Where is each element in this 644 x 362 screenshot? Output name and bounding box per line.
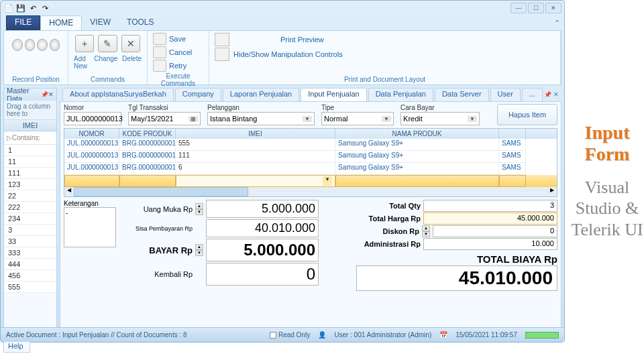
table-row[interactable]: JUL.0000000013...BRG.0000000001555Samsun… xyxy=(64,139,557,151)
col-imei[interactable]: IMEI xyxy=(4,120,56,131)
retry-link[interactable]: Retry xyxy=(169,62,186,70)
close-button[interactable]: ✕ xyxy=(545,3,561,13)
calendar-icon: 📅 xyxy=(439,331,447,339)
tgl-input[interactable]: May/15/2021▦ xyxy=(128,112,201,125)
table-row[interactable]: JUL.0000000013...BRG.0000000001111Samsun… xyxy=(64,151,557,163)
delete-button[interactable]: ✕ xyxy=(121,35,140,52)
retry-icon[interactable] xyxy=(153,60,166,72)
tab-view[interactable]: VIEW xyxy=(82,15,119,30)
list-item[interactable]: 33 xyxy=(4,236,56,247)
kembali-label: Kembali Rp xyxy=(120,270,193,278)
tab-home[interactable]: HOME xyxy=(40,15,82,30)
preview-icon[interactable] xyxy=(215,33,229,46)
nav-first-icon[interactable] xyxy=(12,39,23,51)
undo-icon[interactable]: ↶ xyxy=(28,3,38,13)
grid-h-scrollbar[interactable]: ◀ ▶ xyxy=(64,187,557,196)
grid-new-row[interactable]: ▼ xyxy=(64,175,557,187)
hapus-item-button[interactable]: Hapus Item xyxy=(497,104,557,125)
hideshow-link[interactable]: Hide/Show Manipulation Controls xyxy=(233,50,343,58)
maximize-button[interactable]: ☐ xyxy=(528,3,544,13)
save-icon[interactable]: 💾 xyxy=(15,3,26,13)
list-item[interactable]: 333 xyxy=(4,247,56,259)
tipe-input[interactable]: Normal▼ xyxy=(321,112,394,125)
readonly-checkbox[interactable] xyxy=(270,332,276,339)
kembali-input[interactable]: 0 xyxy=(206,263,319,286)
bayar-input[interactable]: 5.000.000 xyxy=(206,239,319,261)
keterangan-input[interactable]: - xyxy=(64,207,116,247)
pin-icon[interactable]: 📌 xyxy=(41,91,48,98)
list-item[interactable]: 222 xyxy=(4,202,56,213)
cancel-link[interactable]: Cancel xyxy=(169,48,192,56)
list-item[interactable]: 11 xyxy=(4,156,56,168)
doc-tab[interactable]: Input Penjualan xyxy=(301,88,366,101)
minimize-button[interactable]: — xyxy=(511,3,527,13)
doc-tab[interactable]: User xyxy=(490,88,521,101)
filter-text: Contains: xyxy=(12,134,40,141)
list-item[interactable]: 3 xyxy=(4,225,56,236)
cancel-icon[interactable] xyxy=(153,46,166,58)
help-link[interactable]: Help xyxy=(3,341,30,353)
add-button[interactable]: + xyxy=(75,35,94,52)
list-item[interactable]: 111 xyxy=(4,168,56,179)
list-item[interactable]: 234 xyxy=(4,213,56,225)
hideshow-icon[interactable] xyxy=(215,48,229,61)
list-item[interactable]: 444 xyxy=(4,259,56,270)
chevron-down-icon[interactable]: ▼ xyxy=(468,116,477,122)
file-menu[interactable]: FILE xyxy=(6,15,40,30)
save-icon[interactable] xyxy=(153,33,166,45)
doc-body: Nomor JUL.0000000013 Tgl Transaksi May/1… xyxy=(60,101,561,338)
spinner[interactable]: ▲▼ xyxy=(195,244,203,256)
redo-icon[interactable]: ↷ xyxy=(40,3,50,13)
doc-tab[interactable]: Data Penjualan xyxy=(368,88,433,101)
list-item[interactable]: 555 xyxy=(4,282,56,293)
decor-panel: Input Form Visual Studio & Telerik UI xyxy=(570,0,644,362)
tab-pin-icon[interactable]: 📌 xyxy=(544,91,551,98)
table-row[interactable]: JUL.0000000013...BRG.00000000016Samsung … xyxy=(64,163,557,175)
col-nomor[interactable]: NOMOR xyxy=(64,129,119,139)
chevron-down-icon[interactable]: ▼ xyxy=(382,116,391,122)
diskon-input[interactable]: 0 xyxy=(433,225,557,237)
list-item[interactable]: 456 xyxy=(4,270,56,282)
nomor-input[interactable]: JUL.0000000013 xyxy=(64,112,121,125)
col-nama[interactable]: NAMA PRODUK xyxy=(335,129,499,139)
chevron-down-icon[interactable]: ▼ xyxy=(303,116,312,122)
imei-dropdown[interactable]: ▼ xyxy=(176,175,335,187)
sisa-input[interactable]: 40.010.000 xyxy=(206,219,319,237)
col-imei[interactable]: IMEI xyxy=(176,129,335,139)
doc-tab[interactable]: ... xyxy=(522,88,543,101)
list-item[interactable]: 123 xyxy=(4,179,56,190)
spinner[interactable]: ▲▼ xyxy=(422,225,430,237)
ribbon-collapse-icon[interactable]: ⌃ xyxy=(554,15,560,30)
nav-prev-icon[interactable] xyxy=(25,39,36,51)
total-value: 45.010.000 xyxy=(356,265,557,291)
save-link[interactable]: Save xyxy=(169,35,186,43)
add-label: Add New xyxy=(74,55,90,70)
tab-tools[interactable]: TOOLS xyxy=(119,15,162,30)
delete-label: Delete xyxy=(122,55,142,70)
print-preview-link[interactable]: Print Preview xyxy=(280,36,324,44)
doc-tab[interactable]: Laporan Penjualan xyxy=(223,88,299,101)
cara-input[interactable]: Kredit▼ xyxy=(400,112,480,125)
group-commands: + ✎ ✕ Add New Change Delete Commands xyxy=(68,31,148,84)
list-item[interactable]: 1 xyxy=(4,145,56,156)
edit-button[interactable]: ✎ xyxy=(98,35,117,52)
group-record: Record Position xyxy=(4,31,68,84)
list-item[interactable]: 22 xyxy=(4,190,56,202)
doc-tab[interactable]: Company xyxy=(175,88,221,101)
spinner[interactable]: ▲▼ xyxy=(195,203,203,215)
col-extra[interactable] xyxy=(499,129,526,139)
filter-row[interactable]: ▷ Contains: xyxy=(4,131,56,145)
calendar-icon[interactable]: ▦ xyxy=(189,116,198,122)
new-icon[interactable]: 📄 xyxy=(3,3,14,13)
nav-next-icon[interactable] xyxy=(37,39,48,51)
nav-last-icon[interactable] xyxy=(50,39,60,51)
col-kode[interactable]: KODE PRODUK xyxy=(119,129,176,139)
chevron-down-icon[interactable]: ▼ xyxy=(323,176,332,186)
doc-tab[interactable]: About appIstanaSuryaBerkah xyxy=(62,88,174,101)
doc-tab[interactable]: Data Server xyxy=(435,88,489,101)
uang-label: Uang Muka Rp xyxy=(120,205,193,213)
close-icon[interactable]: ✕ xyxy=(48,91,54,98)
uang-input[interactable]: 5.000.000 xyxy=(206,200,319,218)
tab-close-icon[interactable]: ✕ xyxy=(553,91,559,98)
pelanggan-input[interactable]: Istana Bintang▼ xyxy=(207,112,315,125)
